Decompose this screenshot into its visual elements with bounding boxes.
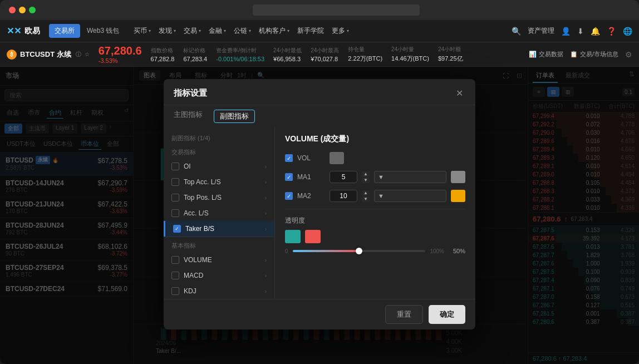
slider-fill <box>293 250 359 252</box>
trade-data-btn[interactable]: 📊 交易数据 <box>529 50 563 58</box>
reset-button[interactable]: 重置 <box>385 305 423 324</box>
indicator-macd[interactable]: MACD › <box>164 268 274 283</box>
indicator-volume[interactable]: VOLUME › <box>164 252 274 268</box>
modal-tab-main[interactable]: 主图指标 <box>174 110 203 126</box>
ticker-symbol[interactable]: ₿ BTCUSDT 永续 ⓘ ☆ <box>7 50 90 60</box>
ticker-stat-index: 指数价格 67,282.8 <box>151 47 175 62</box>
maximize-window-button[interactable] <box>29 7 36 13</box>
globe-icon[interactable]: 🌐 <box>623 27 632 36</box>
ma2-stepper-up[interactable]: ▲ <box>362 190 370 196</box>
indicator-taker-bs-checkbox[interactable]: ✓ <box>173 225 181 233</box>
nav-tab-trading[interactable]: 交易所 <box>49 24 80 38</box>
nav-finance[interactable]: 金融▾ <box>209 26 226 36</box>
indicator-macd-checkbox[interactable] <box>171 272 179 279</box>
chevron-down-icon: ▾ <box>347 28 349 33</box>
vol-checkbox[interactable] <box>285 154 293 162</box>
transparency-label: 透明度 <box>285 216 465 225</box>
info-icon: 📋 <box>570 51 578 58</box>
vol-label: VOL <box>297 154 325 162</box>
vol-color-box[interactable] <box>330 152 344 164</box>
indicator-kdj[interactable]: KDJ › <box>164 283 274 299</box>
asset-management-link[interactable]: 资产管理 <box>528 26 554 36</box>
nav-tab-web3[interactable]: Web3 钱包 <box>81 24 125 38</box>
nav-institutional[interactable]: 机构客户▾ <box>259 26 289 36</box>
slider-min-label: 0 <box>285 248 288 254</box>
ma1-param-input[interactable] <box>330 171 357 183</box>
url-bar[interactable] <box>253 4 420 16</box>
ticker-stat-high: 24小时最高 ¥70,027.8 <box>311 47 339 62</box>
settings-row-ma2: MA2 ▲ ▼ ▼ <box>285 190 465 202</box>
settings-row-vol: VOL <box>285 152 465 164</box>
indicator-volume-checkbox[interactable] <box>171 256 179 264</box>
search-icon[interactable]: 🔍 <box>512 27 521 36</box>
slider-thumb[interactable] <box>356 248 362 254</box>
indicator-acc-checkbox[interactable] <box>171 209 179 217</box>
chevron-right-icon: › <box>265 226 267 232</box>
main-layout: 市场 自选 币市 合约 杠杆 期权 ↺ 全部 主流币 Layer 1 Layer… <box>0 67 639 364</box>
ma1-stepper-up[interactable]: ▲ <box>362 171 370 177</box>
slider-max-label: 100% <box>430 248 444 254</box>
ticker-name: BTCUSDT 永续 <box>20 50 71 60</box>
chart-icon: 📊 <box>529 51 537 58</box>
chevron-right-icon: › <box>265 164 267 170</box>
chevron-down-icon: ▾ <box>249 28 251 33</box>
nav-beginner[interactable]: 新手学院 <box>297 26 324 36</box>
ma2-color-box[interactable] <box>451 190 465 202</box>
traffic-lights <box>9 7 36 13</box>
ma1-checkbox[interactable] <box>285 173 293 181</box>
indicator-acc[interactable]: Acc. L/S › <box>164 205 274 221</box>
modal-trading-section: 交易指标 <box>164 145 274 159</box>
nav-trade[interactable]: 交易▾ <box>184 26 201 36</box>
chevron-down-icon: ▾ <box>287 28 289 33</box>
ma2-checkbox[interactable] <box>285 192 293 200</box>
ma2-param-input[interactable] <box>330 190 357 202</box>
help-icon[interactable]: ❓ <box>607 27 616 36</box>
indicator-top-pos-checkbox[interactable] <box>171 194 179 201</box>
ma2-stepper-down[interactable]: ▼ <box>362 196 370 202</box>
indicator-top-pos[interactable]: Top Pos. L/S › <box>164 190 274 205</box>
star-icon[interactable]: ☆ <box>85 51 90 57</box>
ticker-stat-vol: 24小时量 14.46万(BTC) <box>391 46 429 63</box>
minimize-window-button[interactable] <box>19 7 26 13</box>
indicator-top-acc-checkbox[interactable] <box>171 178 179 186</box>
ticker-stat-amount: 24小时额 $97.25亿 <box>438 46 463 63</box>
indicator-top-acc[interactable]: Top Acc. L/S › <box>164 174 274 190</box>
settings-icon[interactable]: ⚙ <box>625 50 632 59</box>
transparency-colors <box>285 230 465 243</box>
indicator-taker-bs[interactable]: ✓ Taker B/S › <box>164 221 274 237</box>
ticker-change: -3.53% <box>99 57 142 64</box>
ticker-info-icon: ⓘ <box>76 51 81 58</box>
settings-divider <box>285 209 465 209</box>
chevron-right-icon: › <box>265 288 267 294</box>
modal-overlay: 指标设置 ✕ 主图指标 副图指标 副图指标 (1/4) 交易指标 OI › <box>0 67 639 364</box>
transparency-slider[interactable] <box>293 250 426 252</box>
nav-more[interactable]: 更多▾ <box>332 26 349 36</box>
indicator-oi-checkbox[interactable] <box>171 163 179 170</box>
nav-buy-crypto[interactable]: 买币▾ <box>134 26 151 36</box>
ma2-param-stepper: ▲ ▼ <box>362 190 370 202</box>
close-window-button[interactable] <box>9 7 16 13</box>
indicator-oi[interactable]: OI › <box>164 159 274 174</box>
logo: ✕✕ 欧易 <box>7 26 40 36</box>
settings-title: VOLUME (成交量) <box>285 134 465 144</box>
top-nav: ✕✕ 欧易 交易所 Web3 钱包 买币▾ 发现▾ 交易▾ 金融▾ 公链▾ 机构… <box>0 20 639 42</box>
ma1-stepper-down[interactable]: ▼ <box>362 178 370 183</box>
modal-body: 副图指标 (1/4) 交易指标 OI › Top Acc. L/S › <box>164 126 475 299</box>
trans-color-green[interactable] <box>285 230 301 243</box>
confirm-button[interactable]: 确定 <box>429 305 465 324</box>
modal-tab-sub[interactable]: 副图指标 <box>214 110 255 123</box>
nav-discover[interactable]: 发现▾ <box>159 26 176 36</box>
download-icon[interactable]: ⬇ <box>577 27 584 36</box>
indicator-kdj-checkbox[interactable] <box>171 287 179 295</box>
ma2-color-select[interactable]: ▼ <box>374 190 446 202</box>
indicator-volume-name: VOLUME <box>184 256 260 264</box>
ma1-color-box[interactable] <box>451 171 465 183</box>
trans-color-red[interactable] <box>305 230 321 243</box>
modal-close-button[interactable]: ✕ <box>453 87 465 99</box>
nav-chain[interactable]: 公链▾ <box>234 26 251 36</box>
modal-basic-section: 基本指标 <box>164 237 274 252</box>
ma1-color-select[interactable]: ▼ <box>374 171 446 183</box>
user-icon[interactable]: 👤 <box>561 27 571 36</box>
market-info-btn[interactable]: 📋 交易/市场信息 <box>570 50 618 58</box>
bell-icon[interactable]: 🔔 <box>591 27 600 36</box>
